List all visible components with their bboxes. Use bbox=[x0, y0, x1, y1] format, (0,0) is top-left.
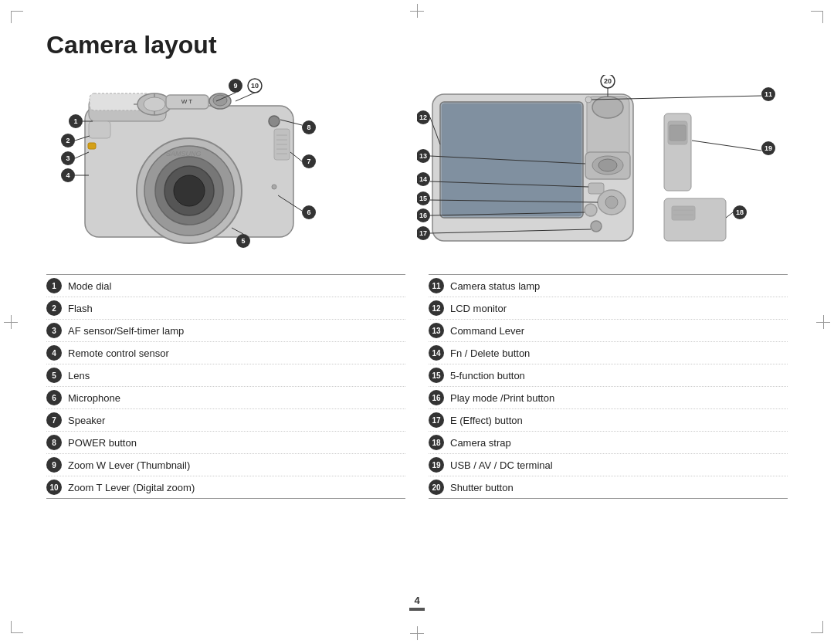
table-row: 6Microphone bbox=[46, 387, 405, 409]
table-row: 1Mode dial bbox=[46, 274, 405, 297]
svg-rect-12 bbox=[89, 121, 110, 138]
svg-text:8: 8 bbox=[307, 124, 310, 131]
item-label: Speaker bbox=[68, 415, 105, 426]
svg-text:15: 15 bbox=[419, 195, 427, 202]
table-row: 5Lens bbox=[46, 364, 405, 387]
table-row: 7Speaker bbox=[46, 409, 405, 432]
item-label: USB / AV / DC terminal bbox=[450, 459, 553, 471]
table-row: 18Camera strap bbox=[429, 432, 788, 454]
crosshair-bottom bbox=[410, 626, 424, 640]
item-number: 1 bbox=[46, 278, 62, 293]
svg-text:W   T: W T bbox=[181, 98, 193, 105]
item-label: Mode dial bbox=[68, 280, 111, 292]
camera-back-svg: 20 11 12 13 bbox=[417, 75, 788, 260]
corner-mark-br bbox=[811, 621, 823, 633]
svg-point-11 bbox=[213, 95, 227, 106]
crosshair-right bbox=[816, 315, 830, 329]
table-row: 155-function button bbox=[429, 364, 788, 387]
table-row: 9Zoom W Lever (Thumbnail) bbox=[46, 454, 405, 476]
item-number: 19 bbox=[429, 457, 444, 473]
item-label: Fn / Delete button bbox=[450, 347, 530, 359]
table-row: 11Camera status lamp bbox=[429, 274, 788, 297]
table-row: 12LCD monitor bbox=[429, 297, 788, 320]
svg-text:5: 5 bbox=[241, 237, 245, 245]
item-number: 8 bbox=[46, 435, 62, 450]
svg-point-17 bbox=[174, 175, 205, 206]
item-number: 5 bbox=[46, 368, 62, 383]
corner-mark-tl bbox=[11, 11, 23, 23]
svg-text:7: 7 bbox=[307, 158, 310, 165]
camera-front-diagram: W T SAMSUNG bbox=[46, 75, 332, 260]
table-row: 20Shutter button bbox=[429, 476, 788, 499]
svg-rect-76 bbox=[672, 206, 695, 220]
svg-text:6: 6 bbox=[307, 208, 310, 216]
svg-point-69 bbox=[605, 196, 618, 208]
svg-rect-67 bbox=[588, 183, 604, 194]
item-label: Zoom T Lever (Digital zoom) bbox=[68, 482, 195, 493]
svg-point-26 bbox=[269, 116, 280, 127]
item-number: 7 bbox=[46, 412, 62, 428]
corner-mark-tr bbox=[811, 11, 823, 23]
table-row: 4Remote control sensor bbox=[46, 342, 405, 364]
item-number: 13 bbox=[429, 323, 444, 338]
table-row: 8POWER button bbox=[46, 432, 405, 454]
item-label: AF sensor/Self-timer lamp bbox=[68, 325, 184, 337]
item-number: 9 bbox=[46, 457, 62, 473]
svg-text:SAMSUNG: SAMSUNG bbox=[166, 150, 202, 158]
camera-back-diagram: 20 11 12 13 bbox=[417, 75, 788, 260]
corner-mark-bl bbox=[11, 621, 23, 633]
item-label: 5-function button bbox=[450, 370, 525, 381]
svg-point-71 bbox=[591, 221, 602, 232]
item-label: Camera status lamp bbox=[450, 280, 540, 292]
item-number: 17 bbox=[429, 412, 444, 428]
tables-row: 1Mode dial2Flash3AF sensor/Self-timer la… bbox=[46, 274, 788, 588]
crosshair-top bbox=[410, 4, 424, 18]
svg-line-106 bbox=[726, 212, 733, 218]
svg-text:12: 12 bbox=[419, 114, 427, 121]
table-row: 13Command Lever bbox=[429, 320, 788, 342]
table-row: 16Play mode /Print button bbox=[429, 387, 788, 409]
page-number: 4 bbox=[46, 595, 788, 611]
item-number: 11 bbox=[429, 278, 444, 293]
item-number: 12 bbox=[429, 300, 444, 316]
svg-point-66 bbox=[598, 159, 617, 171]
item-number: 6 bbox=[46, 390, 62, 405]
svg-text:13: 13 bbox=[419, 152, 427, 160]
table-row: 19USB / AV / DC terminal bbox=[429, 454, 788, 476]
svg-rect-74 bbox=[670, 125, 686, 141]
content-area: W T SAMSUNG bbox=[46, 75, 788, 611]
left-table: 1Mode dial2Flash3AF sensor/Self-timer la… bbox=[46, 274, 405, 588]
item-label: LCD monitor bbox=[450, 303, 507, 314]
item-number: 14 bbox=[429, 345, 444, 361]
item-number: 18 bbox=[429, 435, 444, 450]
svg-text:17: 17 bbox=[419, 229, 427, 237]
page: Camera layout bbox=[0, 0, 834, 644]
page-number-bar bbox=[409, 608, 425, 611]
svg-text:18: 18 bbox=[736, 208, 744, 216]
item-label: Flash bbox=[68, 303, 93, 314]
svg-text:10: 10 bbox=[251, 82, 259, 90]
item-label: Zoom W Lever (Thumbnail) bbox=[68, 459, 190, 471]
svg-point-25 bbox=[272, 185, 276, 189]
images-row: W T SAMSUNG bbox=[46, 75, 788, 260]
svg-point-70 bbox=[585, 204, 597, 216]
right-table: 11Camera status lamp12LCD monitor13Comma… bbox=[429, 274, 788, 588]
svg-text:11: 11 bbox=[764, 90, 772, 98]
svg-text:14: 14 bbox=[419, 175, 427, 183]
item-number: 4 bbox=[46, 345, 62, 361]
svg-text:2: 2 bbox=[66, 137, 70, 144]
table-row: 3AF sensor/Self-timer lamp bbox=[46, 320, 405, 342]
item-number: 15 bbox=[429, 368, 444, 383]
item-label: Lens bbox=[68, 370, 90, 381]
camera-front-svg: W T SAMSUNG bbox=[46, 75, 332, 260]
item-label: E (Effect) button bbox=[450, 415, 523, 426]
crosshair-left bbox=[4, 315, 18, 329]
svg-point-4 bbox=[144, 97, 165, 111]
item-number: 16 bbox=[429, 390, 444, 405]
page-title: Camera layout bbox=[46, 31, 788, 59]
svg-rect-27 bbox=[88, 143, 96, 149]
item-number: 20 bbox=[429, 480, 444, 495]
item-number: 3 bbox=[46, 323, 62, 338]
item-number: 10 bbox=[46, 480, 62, 495]
table-row: 14Fn / Delete button bbox=[429, 342, 788, 364]
